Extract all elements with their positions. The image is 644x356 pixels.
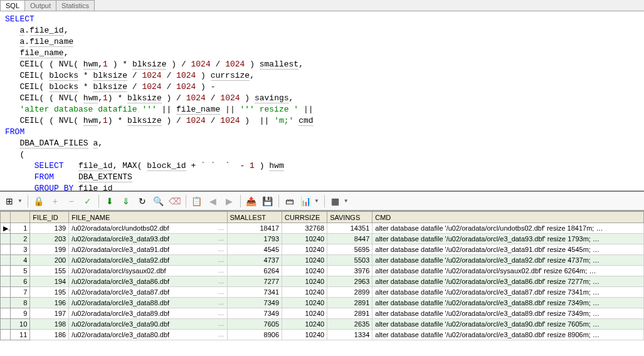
cell-fileid[interactable]: 200 bbox=[30, 255, 69, 266]
table-row[interactable]: 3199/u02/oradata/orcl/e3_data91.dbf…4545… bbox=[1, 244, 644, 255]
plus-icon[interactable]: + bbox=[50, 196, 61, 207]
cell-smallest[interactable]: 7349 bbox=[227, 298, 282, 308]
cell-fileid[interactable]: 139 bbox=[30, 223, 69, 234]
cell-cmd[interactable]: alter database datafile '/u02/oradata/or… bbox=[372, 319, 644, 330]
row-number[interactable]: 5 bbox=[11, 266, 30, 276]
row-selector[interactable] bbox=[1, 234, 11, 244]
cell-fileid[interactable]: 196 bbox=[30, 298, 69, 308]
cell-savings[interactable]: 2899 bbox=[327, 287, 372, 298]
row-number[interactable]: 6 bbox=[11, 276, 30, 287]
check-icon[interactable]: ✓ bbox=[82, 196, 93, 207]
column-header-fileid[interactable]: FILE_ID bbox=[30, 212, 69, 223]
cell-smallest[interactable]: 8906 bbox=[227, 330, 282, 340]
tab-statistics[interactable]: Statistics bbox=[56, 0, 95, 11]
cell-savings[interactable]: 2891 bbox=[327, 298, 372, 308]
results-grid-container[interactable]: FILE_ID FILE_NAME SMALLEST CURRSIZE SAVI… bbox=[0, 211, 644, 356]
sql-editor[interactable]: SELECT a.file_id, a.file_name file_name,… bbox=[0, 11, 644, 192]
cell-cmd[interactable]: alter database datafile '/u02/oradata/or… bbox=[372, 255, 644, 266]
column-header-smallest[interactable]: SMALLEST bbox=[227, 212, 282, 223]
table-row[interactable]: 10198/u02/oradata/orcl/e3_data90.dbf…760… bbox=[1, 319, 644, 330]
cell-smallest[interactable]: 7341 bbox=[227, 287, 282, 298]
cell-fileid[interactable]: 155 bbox=[30, 266, 69, 276]
cell-fileid[interactable]: 197 bbox=[30, 308, 69, 319]
columns-icon[interactable]: ▦ bbox=[330, 196, 341, 207]
table-row[interactable]: 2203/u02/oradata/orcl/e3_data93.dbf…1793… bbox=[1, 234, 644, 244]
row-number[interactable]: 10 bbox=[11, 319, 30, 330]
row-selector[interactable] bbox=[1, 244, 11, 255]
table-row[interactable]: 11186/u02/oradata/orcl/e3_data80.dbf…890… bbox=[1, 330, 644, 340]
cell-filename[interactable]: /u02/oradata/orcl/e3_data86.dbf… bbox=[69, 276, 227, 287]
fetch-next-icon[interactable]: ⬇ bbox=[104, 196, 115, 207]
cell-currsize[interactable]: 10240 bbox=[282, 234, 327, 244]
cell-fileid[interactable]: 194 bbox=[30, 276, 69, 287]
cell-currsize[interactable]: 10240 bbox=[282, 255, 327, 266]
cell-cmd[interactable]: alter database datafile '/u02/oradata/or… bbox=[372, 298, 644, 308]
row-number[interactable]: 9 bbox=[11, 308, 30, 319]
cell-smallest[interactable]: 1793 bbox=[227, 234, 282, 244]
cell-cmd[interactable]: alter database datafile '/u02/oradata/or… bbox=[372, 244, 644, 255]
grid-view-icon[interactable]: ⊞ bbox=[4, 196, 15, 207]
cell-fileid[interactable]: 203 bbox=[30, 234, 69, 244]
row-number[interactable]: 11 bbox=[11, 330, 30, 340]
find-icon[interactable]: 🔍 bbox=[153, 196, 164, 207]
cell-filename[interactable]: /u02/oradata/orcl/sysaux02.dbf… bbox=[69, 266, 227, 276]
cell-filename[interactable]: /u02/oradata/orcl/e3_data89.dbf… bbox=[69, 308, 227, 319]
tab-sql[interactable]: SQL bbox=[0, 0, 25, 11]
cell-savings[interactable]: 1334 bbox=[327, 330, 372, 340]
row-number[interactable]: 4 bbox=[11, 255, 30, 266]
cell-smallest[interactable]: 4737 bbox=[227, 255, 282, 266]
cell-savings[interactable]: 5695 bbox=[327, 244, 372, 255]
cell-cmd[interactable]: alter database datafile '/u02/oradata/or… bbox=[372, 266, 644, 276]
cell-currsize[interactable]: 10240 bbox=[282, 244, 327, 255]
cell-smallest[interactable]: 18417 bbox=[227, 223, 282, 234]
prev-icon[interactable]: ◀ bbox=[208, 196, 219, 207]
cell-filename[interactable]: /u02/oradata/orcl/e3_data80.dbf… bbox=[69, 330, 227, 340]
cell-currsize[interactable]: 32768 bbox=[282, 223, 327, 234]
row-selector[interactable]: ▶ bbox=[1, 223, 11, 234]
row-number[interactable]: 1 bbox=[11, 223, 30, 234]
cell-fileid[interactable]: 186 bbox=[30, 330, 69, 340]
row-selector[interactable] bbox=[1, 298, 11, 308]
cell-cmd[interactable]: alter database datafile '/u02/oradata/or… bbox=[372, 330, 644, 340]
refresh-icon[interactable]: ↻ bbox=[137, 196, 148, 207]
cell-filename[interactable]: /u02/oradata/orcl/e3_data90.dbf… bbox=[69, 319, 227, 330]
row-number[interactable]: 8 bbox=[11, 298, 30, 308]
cell-currsize[interactable]: 10240 bbox=[282, 276, 327, 287]
column-header-filename[interactable]: FILE_NAME bbox=[69, 212, 227, 223]
column-header-cmd[interactable]: CMD bbox=[372, 212, 644, 223]
minus-icon[interactable]: − bbox=[66, 196, 77, 207]
row-selector[interactable] bbox=[1, 330, 11, 340]
eraser-icon[interactable]: ⌫ bbox=[169, 196, 181, 207]
tab-output[interactable]: Output bbox=[24, 0, 56, 11]
next-icon[interactable]: ▶ bbox=[224, 196, 235, 207]
cell-fileid[interactable]: 199 bbox=[30, 244, 69, 255]
cell-currsize[interactable]: 10240 bbox=[282, 287, 327, 298]
cell-filename[interactable]: /u02/oradata/orcl/e3_data91.dbf… bbox=[69, 244, 227, 255]
table-row[interactable]: 4200/u02/oradata/orcl/e3_data92.dbf…4737… bbox=[1, 255, 644, 266]
copy-icon[interactable]: 📋 bbox=[191, 196, 203, 207]
cell-savings[interactable]: 5503 bbox=[327, 255, 372, 266]
db-icon[interactable]: 🗃 bbox=[284, 196, 295, 207]
cell-savings[interactable]: 2963 bbox=[327, 276, 372, 287]
cell-currsize[interactable]: 10240 bbox=[282, 330, 327, 340]
row-selector[interactable] bbox=[1, 319, 11, 330]
chart-icon[interactable]: 📊 bbox=[300, 196, 312, 207]
cell-fileid[interactable]: 198 bbox=[30, 319, 69, 330]
row-selector[interactable] bbox=[1, 266, 11, 276]
cell-savings[interactable]: 2635 bbox=[327, 319, 372, 330]
export-icon[interactable]: 📤 bbox=[246, 196, 257, 207]
cell-cmd[interactable]: alter database datafile '/u02/oradata/or… bbox=[372, 276, 644, 287]
cell-filename[interactable]: /u02/oradata/orcl/e3_data92.dbf… bbox=[69, 255, 227, 266]
row-number[interactable]: 2 bbox=[11, 234, 30, 244]
row-selector[interactable] bbox=[1, 255, 11, 266]
cell-filename[interactable]: /u02/oradata/orcl/e3_data93.dbf… bbox=[69, 234, 227, 244]
cell-filename[interactable]: /u02/oradata/orcl/undotbs02.dbf… bbox=[69, 223, 227, 234]
cell-currsize[interactable]: 10240 bbox=[282, 298, 327, 308]
cell-cmd[interactable]: alter database datafile '/u02/oradata/or… bbox=[372, 308, 644, 319]
cell-smallest[interactable]: 7605 bbox=[227, 319, 282, 330]
table-row[interactable]: 7195/u02/oradata/orcl/e3_data87.dbf…7341… bbox=[1, 287, 644, 298]
row-number[interactable]: 7 bbox=[11, 287, 30, 298]
cell-smallest[interactable]: 4545 bbox=[227, 244, 282, 255]
table-row[interactable]: 9197/u02/oradata/orcl/e3_data89.dbf…7349… bbox=[1, 308, 644, 319]
cell-cmd[interactable]: alter database datafile '/u02/oradata/or… bbox=[372, 223, 644, 234]
